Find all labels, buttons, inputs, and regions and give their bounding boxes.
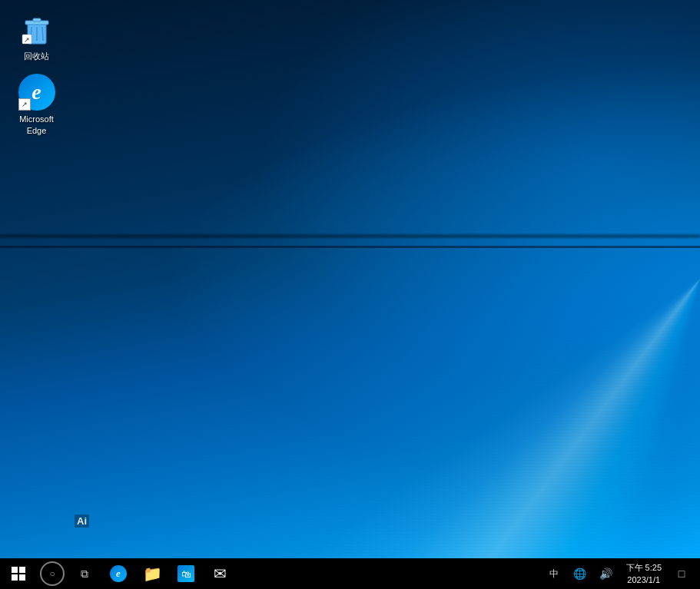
volume-indicator: 🔊 (599, 567, 612, 580)
edge-letter: e (32, 81, 41, 103)
win-tile-2 (19, 567, 25, 573)
windows-logo (12, 567, 25, 581)
taskbar-explorer-button[interactable]: 📁 (135, 558, 169, 589)
network-icon[interactable]: 🌐 (568, 558, 592, 589)
edge-icon-image: e ↗ (18, 74, 55, 111)
notifications-icon: □ (678, 567, 685, 580)
cortana-circle: ○ (40, 561, 65, 586)
start-button[interactable] (0, 558, 37, 589)
svg-rect-2 (33, 18, 41, 22)
volume-icon[interactable]: 🔊 (594, 558, 619, 589)
system-tray: 中 🌐 🔊 下午 5:25 2023/1/1 □ (542, 558, 700, 589)
network-indicator: 🌐 (573, 567, 586, 580)
recycle-bin-label: 回收站 (24, 51, 49, 61)
taskbar-edge-button[interactable]: e (101, 558, 135, 589)
win-tile-3 (12, 574, 18, 581)
clock-time: 下午 5:25 (626, 561, 662, 574)
taskbar-store-icon: 🛍 (177, 565, 194, 582)
clock[interactable]: 下午 5:25 2023/1/1 (620, 558, 668, 589)
task-view-icon: ⧉ (81, 567, 88, 581)
taskbar-edge-icon: e (110, 565, 127, 582)
recycle-bin-image: ↗ (18, 11, 55, 48)
world-overlay (0, 0, 700, 558)
recycle-bin-icon[interactable]: ↗ 回收站 (8, 8, 65, 65)
taskbar-mail-icon: ✉ (214, 564, 227, 583)
taskbar-store-button[interactable]: 🛍 (169, 558, 203, 589)
svg-line-5 (42, 27, 43, 41)
win-tile-4 (19, 574, 25, 581)
taskbar-mail-button[interactable]: ✉ (203, 558, 237, 589)
taskbar-left: ○ ⧉ e 📁 🛍 ✉ (0, 558, 237, 589)
notifications-button[interactable]: □ (669, 558, 694, 589)
desktop: ↗ 回收站 e ↗ MicrosoftEdge Ai (0, 0, 700, 558)
clock-date: 2023/1/1 (627, 574, 660, 587)
language-indicator[interactable]: 中 (542, 558, 566, 589)
search-icon: ○ (49, 568, 55, 579)
edge-icon-wrap: e ↗ (18, 74, 55, 111)
language-text: 中 (549, 567, 559, 581)
ai-label: Ai (75, 515, 89, 528)
desktop-icons-area: ↗ 回收站 e ↗ MicrosoftEdge (0, 0, 73, 153)
win-tile-1 (12, 567, 18, 573)
task-view-button[interactable]: ⧉ (68, 558, 101, 589)
search-button[interactable]: ○ (37, 558, 68, 589)
taskbar: ○ ⧉ e 📁 🛍 ✉ 中 🌐 🔊 (0, 558, 700, 589)
edge-shortcut-arrow: ↗ (18, 98, 31, 111)
recycle-bin-svg: ↗ (21, 13, 53, 45)
taskbar-explorer-icon: 📁 (143, 564, 162, 583)
edge-icon-label: MicrosoftEdge (19, 114, 54, 136)
svg-text:↗: ↗ (24, 36, 30, 44)
microsoft-edge-desktop-icon[interactable]: e ↗ MicrosoftEdge (8, 71, 65, 139)
